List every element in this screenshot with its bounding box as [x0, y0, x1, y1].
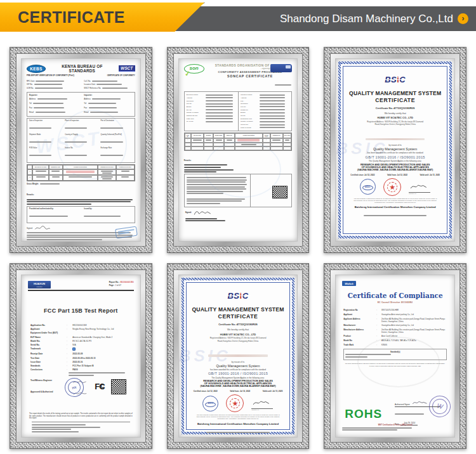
redacted-value	[260, 118, 285, 119]
soncap-form: Exporter's NameAddressTelephoneFax No.Em…	[184, 91, 293, 131]
qms-company: HUBEI VIT SCI&TEC CO., LTD	[344, 116, 446, 119]
soncap-title: SONCAP CERTIFICATE	[208, 74, 293, 78]
redacted-value	[100, 141, 122, 143]
trademark-row: Trademark :	[30, 347, 131, 351]
page-title: CERTIFICATE	[18, 3, 125, 32]
bsic-stamp: BSiC	[360, 179, 376, 195]
rohs-title: Certificate of Compliance	[336, 292, 454, 299]
chevron-right-icon[interactable]: ›	[458, 13, 468, 24]
qms-system: Quality Management System	[187, 364, 289, 368]
red-seal-stamp: ★	[226, 394, 244, 412]
form-row: SC No.	[241, 115, 289, 117]
qms-title-2: CERTIFICATE	[187, 313, 289, 320]
form-cell: Shipment Mode	[29, 134, 61, 148]
fcc-paragraph: This report details the results of the t…	[29, 413, 133, 420]
form-row: Product:Auto Card Collector	[343, 335, 447, 337]
form-cell: Place of Inspection	[65, 120, 96, 134]
redacted-value	[29, 127, 51, 129]
certificate-frame-qms-2[interactable]: BSIC BSiC QUALITY MANAGEMENT SYSTEM CERT…	[167, 263, 310, 449]
redacted-value	[102, 88, 128, 89]
signature	[251, 399, 270, 406]
qms-title-1: QUALITY MANAGEMENT SYSTEM	[344, 90, 446, 96]
form-row: Applicant:Guangzhou Ante smart parking C…	[343, 313, 447, 316]
signed-label: Signed:	[27, 227, 33, 230]
ref-code-redacted	[275, 84, 291, 86]
rohs-footer: WST Certification & Testing (HK) Limited	[342, 424, 448, 432]
certificate-banner: CERTIFICATE	[0, 3, 204, 32]
redacted-value	[260, 97, 285, 98]
form-row: Standards:FCC Part 15 Subpart B	[30, 365, 131, 367]
importer-label: Importer:	[84, 94, 132, 96]
form-row: Country of Origin	[187, 112, 236, 114]
valid-until: Valid until: Jul 11, 2025	[263, 390, 283, 392]
form-row: IDF No.	[187, 109, 236, 111]
form-row: PIN :	[241, 100, 289, 102]
form-row: Issuance Date	[84, 83, 135, 86]
form-row: ICA/M No.	[187, 120, 236, 122]
certificate-frame-soncap[interactable]: son ✓ STANDARDS ORGANISATION OF NIGERIA …	[167, 47, 310, 253]
bsic-logo: BSiC	[227, 291, 248, 301]
redacted-value	[88, 103, 116, 104]
table-header-cell: Model No.	[224, 133, 235, 138]
form-cell: Country of Supply	[65, 134, 96, 148]
report-no: BD2000001380	[121, 281, 134, 283]
gross-weight-label: Gross Weight:	[27, 183, 39, 185]
redacted-value	[260, 121, 285, 122]
form-row: Serial No.:N/A	[30, 344, 131, 346]
signer-label: Authorized Signer	[395, 403, 410, 406]
soncap-footer	[185, 218, 291, 222]
certificate-frame-rohs[interactable]: Waltek Certificate of Compliance EC Coun…	[324, 263, 466, 449]
redacted-value	[206, 121, 233, 122]
page-value: 1 of 47	[116, 284, 121, 287]
form-row: RFC Date	[27, 80, 77, 82]
certificate-frame-kebs[interactable]: WSCT KEBS KENYA BUREAU OF STANDARDS WSCT…	[10, 47, 152, 253]
certificate-frame-qms-1[interactable]: BSIC BSiC QUALITY MANAGEMENT SYSTEM CERT…	[324, 47, 466, 253]
redacted-value	[206, 118, 233, 119]
table-row: 1	[27, 169, 135, 175]
redacted-value	[260, 112, 285, 114]
company-name-link[interactable]: Shandong Disam Machinery Co.,Ltd	[280, 6, 453, 31]
form-row: Invoice No.	[241, 124, 289, 126]
redacted-value	[34, 84, 62, 85]
certified-since: Certified since: Jul 12, 2022	[350, 174, 374, 176]
certificate-rohs: Waltek Certificate of Compliance EC Coun…	[335, 275, 455, 438]
valid-until: Valid until: Jul 11, 2025	[420, 174, 440, 176]
certificate-frame-fcc[interactable]: HUAXUNdetection Report No. : BD200000138…	[10, 263, 152, 449]
rohs-mark: ROHS	[345, 407, 382, 421]
form-row: Model No.:EV-SC1-AC7A-S2-P3	[30, 340, 131, 342]
trademark-label: Trademark	[30, 347, 65, 350]
form-row: Fax No.	[241, 106, 289, 108]
rohs-fields: Registration No:WST14075/136-HBRApplican…	[343, 309, 447, 346]
form-row: Fax:	[29, 106, 77, 109]
form-cell: Quantity Delivered (Part/Full)	[100, 134, 132, 148]
qr-code	[272, 186, 288, 198]
qms-certify: We hereby certify that	[187, 328, 289, 332]
redacted-value	[260, 106, 285, 107]
wsct-logo: WSCT	[119, 65, 135, 72]
redacted-value	[40, 183, 60, 185]
qms-title-1: QUALITY MANAGEMENT SYSTEM	[187, 306, 289, 313]
redacted-value	[206, 106, 233, 107]
soncap-remarks: Remarks:	[184, 152, 293, 172]
qms-cert-no: Certificate No.:47722Q10180R0S	[187, 323, 289, 326]
redacted-value	[33, 103, 63, 104]
fcc-title: FCC Part 15B Test Report	[22, 308, 140, 314]
frame-bevel: WSCT KEBS KENYA BUREAU OF STANDARDS WSCT…	[16, 53, 146, 247]
qms-cert-no: Certificate No.:47722Q10180R0S	[344, 107, 446, 110]
form-row: Fax No.	[187, 103, 236, 105]
page: CERTIFICATE Shandong Disam Machinery Co.…	[0, 0, 476, 454]
table-row	[185, 146, 292, 150]
huaxun-logo: HUAXUNdetection	[28, 281, 51, 289]
form-row: IDF No.	[27, 83, 77, 86]
page-label: Page :	[109, 284, 115, 287]
qms-note: After this certificate is issued,there s…	[196, 414, 281, 420]
qms-applies: The Quality Management System Applies in…	[187, 377, 289, 379]
redacted-value	[37, 98, 67, 100]
form-row: Fax:	[84, 106, 132, 109]
form-row: Trade Mark:KINGS	[343, 344, 447, 346]
table-header-cell: Quantity	[204, 133, 213, 138]
kebs-logo: KEBS	[27, 65, 46, 73]
form-row: Address	[241, 97, 289, 99]
star-icon: ★	[384, 183, 400, 191]
qms-signature: signature by	[409, 180, 430, 194]
